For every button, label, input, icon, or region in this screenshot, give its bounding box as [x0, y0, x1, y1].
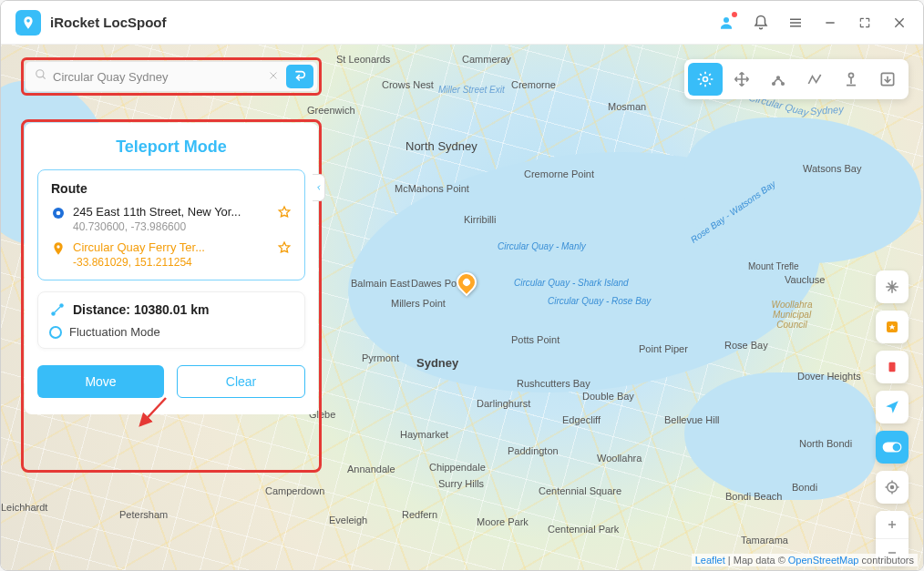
search-input[interactable]: [53, 70, 264, 84]
radio-icon[interactable]: [49, 326, 62, 339]
distance-row: Distance: 10380.01 km: [49, 301, 293, 318]
svg-point-18: [773, 83, 775, 86]
fluctuation-label: Fluctuation Mode: [69, 325, 160, 339]
move-mode-button[interactable]: [724, 63, 759, 96]
search-go-button[interactable]: [286, 65, 313, 88]
close-icon[interactable]: [890, 14, 909, 32]
clear-icon[interactable]: [264, 65, 282, 88]
app-window: iRocket LocSpoof: [0, 0, 924, 571]
realistic-toggle[interactable]: [876, 431, 909, 464]
destination-pin-icon: [51, 241, 66, 256]
route-origin: 245 East 11th Street, New Yor... 40.7306…: [51, 205, 292, 233]
osm-link[interactable]: OpenStreetMap: [788, 555, 859, 566]
distance-card: Distance: 10380.01 km Fluctuation Mode: [37, 291, 305, 349]
svg-line-8: [43, 76, 46, 79]
svg-point-17: [703, 77, 708, 82]
destination-coords: -33.861029, 151.211254: [73, 256, 270, 269]
route-heading: Route: [51, 181, 292, 196]
recenter-button[interactable]: [876, 471, 909, 504]
route-card: Route 245 East 11th Street, New Yor... 4…: [37, 169, 305, 280]
app-logo: [15, 10, 41, 36]
panel-title: Teleport Mode: [37, 138, 305, 157]
mode-toolbar: [684, 59, 909, 99]
destination-name: Circular Quay Ferry Ter...: [73, 240, 270, 254]
leaflet-link[interactable]: Leaflet: [695, 555, 725, 566]
svg-point-20: [777, 76, 780, 79]
svg-point-13: [56, 245, 59, 248]
svg-point-19: [782, 83, 785, 86]
svg-point-7: [36, 70, 44, 77]
svg-point-26: [893, 444, 901, 452]
panel-collapse-tab[interactable]: [313, 174, 325, 201]
app-title: iRocket LocSpoof: [50, 15, 167, 30]
titlebar: iRocket LocSpoof: [1, 1, 923, 45]
map-attribution: Leaflet | Map data © OpenStreetMap contr…: [692, 554, 918, 566]
origin-coords: 40.730600, -73.986600: [73, 220, 270, 233]
svg-point-12: [56, 211, 61, 216]
svg-point-21: [849, 73, 854, 77]
menu-icon[interactable]: [786, 14, 805, 32]
joystick-mode-button[interactable]: [834, 63, 868, 96]
origin-name: 245 East 11th Street, New Yor...: [73, 205, 270, 219]
history-button[interactable]: [876, 351, 909, 383]
fluctuation-row[interactable]: Fluctuation Mode: [49, 325, 293, 339]
star-icon[interactable]: [277, 205, 292, 223]
teleport-mode-button[interactable]: [688, 63, 723, 96]
main-area: St Leonards Cammeray Crows Nest Cremorne…: [1, 45, 923, 570]
distance-icon: [49, 301, 66, 318]
multispot-mode-button[interactable]: [797, 63, 832, 96]
favorites-button[interactable]: [876, 311, 909, 343]
zoom-in-button[interactable]: [876, 511, 909, 538]
user-icon[interactable]: [717, 14, 735, 32]
move-button[interactable]: Move: [37, 365, 164, 398]
panel-actions: Move Clear: [37, 365, 305, 398]
locate-button[interactable]: [876, 391, 909, 423]
import-gpx-button[interactable]: [870, 63, 905, 96]
origin-pin-icon: [51, 206, 66, 220]
right-toolbar: [876, 270, 909, 566]
distance-value: Distance: 10380.01 km: [73, 302, 209, 317]
route-destination: Circular Quay Ferry Ter... -33.861029, 1…: [51, 240, 292, 269]
twospot-mode-button[interactable]: [761, 63, 796, 96]
bell-icon[interactable]: [752, 14, 770, 32]
search-icon: [35, 68, 47, 85]
cooldown-button[interactable]: [876, 270, 909, 303]
svg-rect-24: [889, 362, 896, 372]
minimize-icon[interactable]: [821, 14, 839, 32]
svg-point-28: [891, 486, 894, 489]
search-bar: [25, 61, 318, 92]
teleport-panel: Teleport Mode Route 245 East 11th Street…: [25, 123, 318, 414]
svg-point-0: [724, 17, 729, 23]
clear-button[interactable]: Clear: [177, 365, 305, 398]
titlebar-actions: [717, 14, 909, 32]
star-icon[interactable]: [277, 240, 292, 259]
maximize-icon[interactable]: [856, 14, 874, 32]
